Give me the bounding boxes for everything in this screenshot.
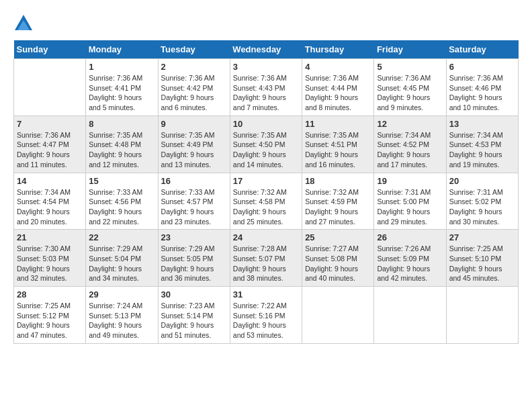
day-info: Sunrise: 7:34 AM Sunset: 4:52 PM Dayligh… — [377, 130, 443, 170]
calendar-cell — [374, 287, 446, 344]
day-number: 29 — [89, 289, 154, 300]
day-info: Sunrise: 7:29 AM Sunset: 5:05 PM Dayligh… — [161, 244, 227, 283]
calendar-cell: 14Sunrise: 7:34 AM Sunset: 4:54 PM Dayli… — [14, 173, 86, 230]
day-number: 7 — [17, 119, 83, 129]
day-number: 12 — [377, 119, 443, 129]
calendar-cell: 5Sunrise: 7:36 AM Sunset: 4:45 PM Daylig… — [374, 59, 446, 116]
calendar-cell: 20Sunrise: 7:31 AM Sunset: 5:02 PM Dayli… — [446, 173, 518, 230]
calendar-table: SundayMondayTuesdayWednesdayThursdayFrid… — [13, 40, 519, 344]
calendar-cell: 28Sunrise: 7:25 AM Sunset: 5:12 PM Dayli… — [14, 287, 86, 344]
calendar-cell: 16Sunrise: 7:33 AM Sunset: 4:57 PM Dayli… — [158, 173, 230, 230]
day-info: Sunrise: 7:35 AM Sunset: 4:49 PM Dayligh… — [161, 130, 227, 170]
day-number: 10 — [233, 119, 299, 129]
day-info: Sunrise: 7:29 AM Sunset: 5:04 PM Dayligh… — [89, 244, 154, 283]
calendar-header-saturday: Saturday — [446, 40, 518, 59]
day-number: 11 — [305, 119, 371, 129]
day-number: 14 — [17, 176, 83, 186]
day-info: Sunrise: 7:30 AM Sunset: 5:03 PM Dayligh… — [17, 244, 83, 283]
calendar-cell: 7Sunrise: 7:36 AM Sunset: 4:47 PM Daylig… — [14, 116, 86, 173]
calendar-cell: 15Sunrise: 7:33 AM Sunset: 4:56 PM Dayli… — [86, 173, 158, 230]
calendar-cell: 22Sunrise: 7:29 AM Sunset: 5:04 PM Dayli… — [86, 230, 158, 287]
logo-icon — [13, 13, 34, 34]
day-number: 16 — [161, 176, 227, 186]
day-info: Sunrise: 7:35 AM Sunset: 4:48 PM Dayligh… — [89, 130, 154, 170]
day-info: Sunrise: 7:36 AM Sunset: 4:42 PM Dayligh… — [161, 73, 227, 113]
day-number: 6 — [449, 62, 515, 72]
calendar-cell: 4Sunrise: 7:36 AM Sunset: 4:44 PM Daylig… — [302, 59, 374, 116]
day-info: Sunrise: 7:36 AM Sunset: 4:45 PM Dayligh… — [377, 73, 443, 113]
calendar-cell: 24Sunrise: 7:28 AM Sunset: 5:07 PM Dayli… — [230, 230, 302, 287]
calendar-cell: 25Sunrise: 7:27 AM Sunset: 5:08 PM Dayli… — [302, 230, 374, 287]
day-info: Sunrise: 7:36 AM Sunset: 4:41 PM Dayligh… — [89, 73, 154, 113]
day-number: 20 — [449, 176, 515, 186]
day-info: Sunrise: 7:32 AM Sunset: 4:58 PM Dayligh… — [233, 187, 299, 227]
day-info: Sunrise: 7:25 AM Sunset: 5:10 PM Dayligh… — [449, 244, 515, 283]
day-info: Sunrise: 7:25 AM Sunset: 5:12 PM Dayligh… — [17, 301, 83, 340]
day-info: Sunrise: 7:36 AM Sunset: 4:43 PM Dayligh… — [233, 73, 299, 113]
calendar-week-row: 28Sunrise: 7:25 AM Sunset: 5:12 PM Dayli… — [14, 287, 519, 344]
day-number: 15 — [89, 176, 154, 186]
calendar-cell: 21Sunrise: 7:30 AM Sunset: 5:03 PM Dayli… — [14, 230, 86, 287]
calendar-week-row: 1Sunrise: 7:36 AM Sunset: 4:41 PM Daylig… — [14, 59, 519, 116]
day-number: 24 — [233, 232, 299, 242]
day-number: 26 — [377, 232, 443, 242]
calendar-week-row: 21Sunrise: 7:30 AM Sunset: 5:03 PM Dayli… — [14, 230, 519, 287]
day-number: 2 — [161, 62, 227, 72]
calendar-week-row: 7Sunrise: 7:36 AM Sunset: 4:47 PM Daylig… — [14, 116, 519, 173]
calendar-cell — [446, 287, 518, 344]
calendar-cell — [14, 59, 86, 116]
calendar-cell: 26Sunrise: 7:26 AM Sunset: 5:09 PM Dayli… — [374, 230, 446, 287]
calendar-cell: 2Sunrise: 7:36 AM Sunset: 4:42 PM Daylig… — [158, 59, 230, 116]
calendar-cell: 27Sunrise: 7:25 AM Sunset: 5:10 PM Dayli… — [446, 230, 518, 287]
calendar-cell: 12Sunrise: 7:34 AM Sunset: 4:52 PM Dayli… — [374, 116, 446, 173]
calendar-header-wednesday: Wednesday — [230, 40, 302, 59]
calendar-cell: 3Sunrise: 7:36 AM Sunset: 4:43 PM Daylig… — [230, 59, 302, 116]
day-info: Sunrise: 7:36 AM Sunset: 4:47 PM Dayligh… — [17, 130, 83, 170]
day-info: Sunrise: 7:24 AM Sunset: 5:13 PM Dayligh… — [89, 301, 154, 340]
day-info: Sunrise: 7:32 AM Sunset: 4:59 PM Dayligh… — [305, 187, 371, 227]
day-number: 27 — [449, 232, 515, 242]
day-number: 18 — [305, 176, 371, 186]
calendar-cell: 23Sunrise: 7:29 AM Sunset: 5:05 PM Dayli… — [158, 230, 230, 287]
day-number: 28 — [17, 289, 83, 300]
calendar-cell — [302, 287, 374, 344]
day-info: Sunrise: 7:33 AM Sunset: 4:57 PM Dayligh… — [161, 187, 227, 227]
calendar-cell: 30Sunrise: 7:23 AM Sunset: 5:14 PM Dayli… — [158, 287, 230, 344]
day-number: 8 — [89, 119, 154, 129]
logo — [13, 13, 36, 34]
day-info: Sunrise: 7:31 AM Sunset: 5:02 PM Dayligh… — [449, 187, 515, 227]
day-info: Sunrise: 7:33 AM Sunset: 4:56 PM Dayligh… — [89, 187, 154, 227]
day-info: Sunrise: 7:36 AM Sunset: 4:44 PM Dayligh… — [305, 73, 371, 113]
day-number: 17 — [233, 176, 299, 186]
calendar-cell: 8Sunrise: 7:35 AM Sunset: 4:48 PM Daylig… — [86, 116, 158, 173]
day-info: Sunrise: 7:34 AM Sunset: 4:54 PM Dayligh… — [17, 187, 83, 227]
calendar-cell: 6Sunrise: 7:36 AM Sunset: 4:46 PM Daylig… — [446, 59, 518, 116]
calendar-cell: 10Sunrise: 7:35 AM Sunset: 4:50 PM Dayli… — [230, 116, 302, 173]
calendar-cell: 18Sunrise: 7:32 AM Sunset: 4:59 PM Dayli… — [302, 173, 374, 230]
day-number: 19 — [377, 176, 443, 186]
calendar-cell: 13Sunrise: 7:34 AM Sunset: 4:53 PM Dayli… — [446, 116, 518, 173]
day-info: Sunrise: 7:23 AM Sunset: 5:14 PM Dayligh… — [161, 301, 227, 340]
day-info: Sunrise: 7:35 AM Sunset: 4:51 PM Dayligh… — [305, 130, 371, 170]
calendar-cell: 17Sunrise: 7:32 AM Sunset: 4:58 PM Dayli… — [230, 173, 302, 230]
calendar-body: 1Sunrise: 7:36 AM Sunset: 4:41 PM Daylig… — [14, 59, 519, 344]
calendar-cell: 19Sunrise: 7:31 AM Sunset: 5:00 PM Dayli… — [374, 173, 446, 230]
day-number: 21 — [17, 232, 83, 242]
page-header — [13, 13, 519, 34]
calendar-header-row: SundayMondayTuesdayWednesdayThursdayFrid… — [14, 40, 519, 59]
calendar-header-tuesday: Tuesday — [158, 40, 230, 59]
day-info: Sunrise: 7:26 AM Sunset: 5:09 PM Dayligh… — [377, 244, 443, 283]
day-number: 13 — [449, 119, 515, 129]
day-number: 5 — [377, 62, 443, 72]
calendar-cell: 9Sunrise: 7:35 AM Sunset: 4:49 PM Daylig… — [158, 116, 230, 173]
day-info: Sunrise: 7:31 AM Sunset: 5:00 PM Dayligh… — [377, 187, 443, 227]
day-info: Sunrise: 7:34 AM Sunset: 4:53 PM Dayligh… — [449, 130, 515, 170]
calendar-header-thursday: Thursday — [302, 40, 374, 59]
calendar-week-row: 14Sunrise: 7:34 AM Sunset: 4:54 PM Dayli… — [14, 173, 519, 230]
calendar-cell: 11Sunrise: 7:35 AM Sunset: 4:51 PM Dayli… — [302, 116, 374, 173]
calendar-header-friday: Friday — [374, 40, 446, 59]
day-info: Sunrise: 7:36 AM Sunset: 4:46 PM Dayligh… — [449, 73, 515, 113]
day-number: 30 — [161, 289, 227, 300]
day-info: Sunrise: 7:28 AM Sunset: 5:07 PM Dayligh… — [233, 244, 299, 283]
day-number: 4 — [305, 62, 371, 72]
